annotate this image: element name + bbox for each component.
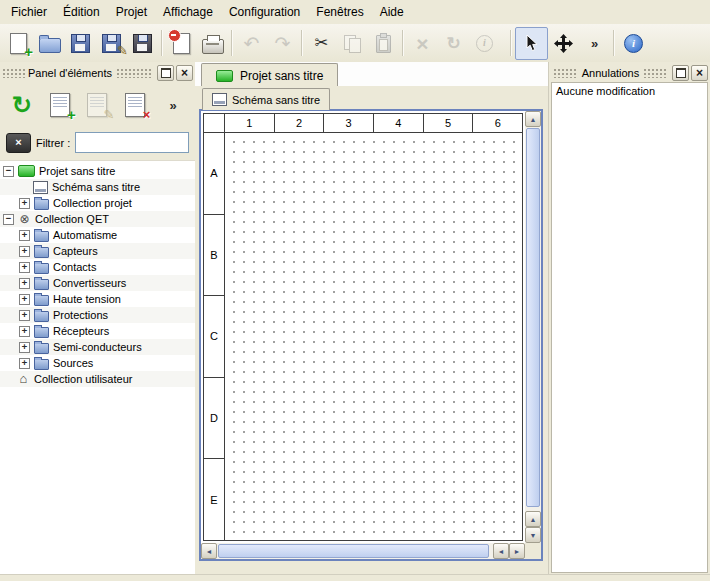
project-tab-label: Projet sans titre [240, 69, 323, 83]
vertical-scroll-thumb[interactable] [526, 128, 540, 507]
collapse-expander-icon[interactable] [3, 214, 14, 225]
cut-button[interactable] [306, 28, 337, 59]
diagram-tab[interactable]: Schéma sans titre [202, 88, 330, 110]
folder-icon [34, 279, 49, 290]
menu-affichage[interactable]: Affichage [155, 1, 221, 23]
elements-panel-header[interactable]: Panel d'éléments [0, 64, 195, 81]
pan-mode-button[interactable] [548, 28, 579, 59]
menu-aide[interactable]: Aide [372, 1, 412, 23]
expand-expander-icon[interactable] [19, 246, 30, 257]
tree-item-diagram[interactable]: Schéma sans titre [0, 179, 195, 195]
panel-overflow-button[interactable]: » [157, 89, 189, 122]
tree-item-project[interactable]: Projet sans titre [0, 163, 195, 179]
tree-item-collection-qet[interactable]: Collection QET [0, 211, 195, 227]
expand-expander-icon[interactable] [19, 278, 30, 289]
float-panel-button[interactable] [157, 65, 174, 81]
edit-element-icon [87, 93, 107, 117]
copy-button[interactable] [337, 28, 368, 59]
diagram-icon [33, 181, 48, 194]
paste-button[interactable] [368, 28, 399, 59]
horizontal-scroll-thumb[interactable] [218, 544, 489, 558]
dock-drag-handle[interactable] [2, 68, 26, 78]
toolbar-overflow-button[interactable]: » [579, 28, 610, 59]
expand-expander-icon[interactable] [19, 310, 30, 321]
element-info-button[interactable] [469, 28, 500, 59]
redo-button[interactable] [267, 28, 298, 59]
about-button[interactable] [618, 28, 649, 59]
new-element-button[interactable] [44, 89, 76, 122]
tree-item-collection-utilisateur[interactable]: Collection utilisateur [0, 371, 195, 387]
tree-item-convertisseurs[interactable]: Convertisseurs [0, 275, 195, 291]
scroll-up-button[interactable] [525, 511, 541, 527]
tree-item-protections[interactable]: Protections [0, 307, 195, 323]
expand-expander-icon[interactable] [19, 198, 30, 209]
tree-item-haute-tension[interactable]: Haute tension [0, 291, 195, 307]
plus-badge-icon [67, 106, 76, 123]
tree-item-recepteurs[interactable]: Récepteurs [0, 323, 195, 339]
tree-item-collection-projet[interactable]: Collection projet [0, 195, 195, 211]
tree-item-automatisme[interactable]: Automatisme [0, 227, 195, 243]
horizontal-scrollbar[interactable] [201, 543, 525, 559]
close-icon [696, 67, 703, 79]
close-file-button[interactable] [166, 28, 197, 59]
print-icon [202, 39, 224, 54]
menu-configuration[interactable]: Configuration [221, 1, 308, 23]
scroll-left-button[interactable] [493, 543, 509, 559]
expand-expander-icon[interactable] [19, 326, 30, 337]
save-as-button[interactable] [96, 28, 127, 59]
select-mode-button[interactable] [515, 27, 548, 60]
expand-expander-icon[interactable] [19, 358, 30, 369]
open-file-button[interactable] [34, 28, 65, 59]
menu-fichier[interactable]: Fichier [3, 1, 55, 23]
tree-item-capteurs[interactable]: Capteurs [0, 243, 195, 259]
undo-button[interactable] [236, 28, 267, 59]
tree-item-label: Haute tension [53, 293, 121, 305]
dock-drag-handle[interactable] [116, 68, 153, 78]
red-x-badge-icon [143, 107, 151, 122]
scroll-up-button[interactable] [525, 111, 541, 127]
scroll-right-button[interactable] [509, 543, 525, 559]
expand-expander-icon[interactable] [19, 262, 30, 273]
tree-item-sources[interactable]: Sources [0, 355, 195, 371]
scroll-down-button[interactable] [525, 527, 541, 543]
tree-item-contacts[interactable]: Contacts [0, 259, 195, 275]
ruler-column-label: 4 [374, 114, 424, 132]
folder-icon [34, 231, 49, 242]
undo-empty-text: Aucune modification [556, 85, 703, 97]
save-as-icon [102, 34, 121, 53]
toolbar-separator [613, 30, 615, 56]
menu-projet[interactable]: Projet [108, 1, 155, 23]
close-panel-button[interactable] [176, 65, 193, 81]
delete-element-button[interactable] [119, 89, 151, 122]
vertical-scrollbar[interactable] [525, 111, 541, 543]
menu-edition[interactable]: Édition [55, 1, 108, 23]
delete-button[interactable] [407, 28, 438, 59]
rotate-button[interactable] [438, 28, 469, 59]
expand-expander-icon[interactable] [19, 230, 30, 241]
open-folder-icon [39, 38, 61, 53]
diagram-canvas[interactable] [225, 133, 522, 540]
folder-icon [34, 295, 49, 306]
dock-drag-handle[interactable] [643, 68, 668, 78]
save-all-button[interactable] [127, 28, 158, 59]
reload-collections-button[interactable] [6, 89, 38, 122]
clear-filter-button[interactable] [6, 133, 31, 153]
menu-fenetres[interactable]: Fenêtres [308, 1, 371, 23]
new-file-button[interactable] [3, 28, 34, 59]
edit-element-button[interactable] [82, 89, 114, 122]
collapse-expander-icon[interactable] [3, 166, 14, 177]
print-button[interactable] [197, 28, 228, 59]
expand-expander-icon[interactable] [19, 342, 30, 353]
dock-drag-handle[interactable] [553, 68, 578, 78]
undo-panel-header[interactable]: Annulations [549, 64, 710, 81]
filter-input[interactable] [75, 132, 189, 153]
float-panel-button[interactable] [672, 65, 689, 81]
float-window-icon [676, 68, 686, 78]
undo-history-list[interactable]: Aucune modification [551, 82, 708, 573]
save-button[interactable] [65, 28, 96, 59]
scroll-left-button[interactable] [201, 543, 217, 559]
close-panel-button[interactable] [691, 65, 708, 81]
expand-expander-icon[interactable] [19, 294, 30, 305]
tree-item-semi-conducteurs[interactable]: Semi-conducteurs [0, 339, 195, 355]
project-tab[interactable]: Projet sans titre [201, 63, 338, 87]
